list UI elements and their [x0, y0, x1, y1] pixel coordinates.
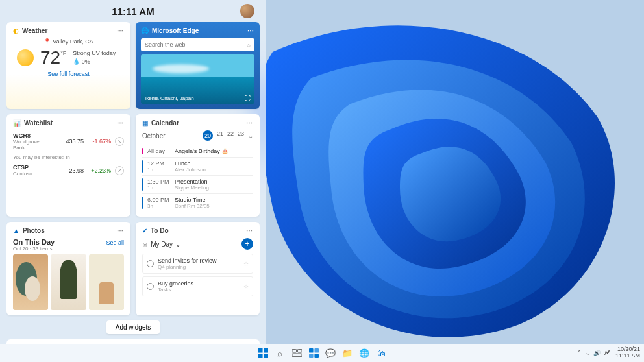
todo-title: To Do	[151, 227, 243, 234]
more-icon[interactable]: ⋯	[247, 27, 254, 34]
calendar-month: October	[142, 132, 199, 139]
system-tray: ˄ ⌵ 🔊 🗲 10/20/21 11:11 AM	[578, 346, 640, 359]
calendar-event[interactable]: 12 PM1hLunchAlex Johnson	[142, 157, 253, 175]
photos-widget[interactable]: ▲ Photos ⋯ On This Day Oct 20 · 33 items…	[6, 222, 130, 315]
more-icon[interactable]: ⋯	[246, 119, 253, 127]
forecast-link[interactable]: See full forecast	[13, 71, 124, 77]
calendar-day[interactable]: 22	[227, 130, 234, 141]
svg-rect-4	[264, 354, 268, 358]
wifi-icon[interactable]: ⌵	[586, 350, 589, 356]
edge-widget[interactable]: 🌐 Microsoft Edge ⋯ ⌕ Ikema Ohashi, Japan…	[136, 22, 260, 109]
calendar-day[interactable]: 20	[203, 130, 213, 141]
weather-location: 📍Valley Park, CA	[13, 38, 124, 45]
edge-image[interactable]: Ikema Ohashi, Japan ⛶	[141, 54, 254, 104]
star-icon[interactable]: ☆	[243, 261, 249, 267]
photo-thumbnail[interactable]	[89, 254, 124, 310]
weather-title: Weather	[22, 27, 114, 34]
check-icon: ✔	[142, 227, 147, 234]
myday-label[interactable]: My Day	[151, 241, 173, 248]
calendar-widget[interactable]: ▦ Calendar ⋯ October 20212223 ⌄ All dayA…	[136, 114, 260, 217]
sun-icon	[17, 49, 34, 66]
chat-button[interactable]: 💬	[323, 346, 338, 360]
weather-icon: ◐	[13, 27, 19, 34]
more-icon[interactable]: ⋯	[246, 227, 253, 234]
tray-overflow[interactable]: ˄	[578, 350, 581, 356]
svg-rect-3	[258, 354, 263, 358]
edge-button[interactable]: 🌐	[357, 346, 371, 360]
stock-row[interactable]: CTSPContoso23.98+2.23%↗	[13, 162, 124, 178]
start-button[interactable]	[256, 346, 270, 360]
weather-widget[interactable]: ◐ Weather ⋯ 📍Valley Park, CA 72 °F Stron…	[6, 22, 130, 109]
widgets-clock: 11:11 AM	[112, 6, 154, 17]
volume-icon[interactable]: 🔊	[593, 350, 601, 356]
calendar-day[interactable]: 21	[217, 130, 223, 141]
svg-rect-11	[314, 354, 319, 358]
chevron-down-icon[interactable]: ⌄	[175, 241, 180, 248]
calendar-title: Calendar	[151, 119, 243, 127]
photos-title: Photos	[23, 227, 114, 234]
edge-title: Microsoft Edge	[152, 27, 244, 34]
svg-rect-1	[258, 348, 263, 353]
photos-heading: On This Day	[13, 238, 55, 246]
search-icon[interactable]: ⌕	[247, 42, 251, 49]
svg-rect-9	[314, 348, 319, 353]
battery-icon[interactable]: 🗲	[604, 350, 610, 356]
widgets-header: 11:11 AM	[6, 0, 260, 22]
edge-caption: Ikema Ohashi, Japan	[145, 95, 194, 101]
add-task-button[interactable]: +	[242, 238, 253, 250]
tray-icons[interactable]: ⌵ 🔊 🗲	[586, 350, 610, 356]
top-stories-card[interactable]: TOP STORIES USA Today · 3 minsOne of the…	[6, 339, 260, 344]
watchlist-widget[interactable]: 📊 Watchlist ⋯ WGR8Woodgrove Bank435.75-1…	[6, 114, 130, 217]
svg-rect-5	[292, 349, 297, 352]
taskbar-time: 11:11 AM	[615, 353, 640, 359]
todo-widget[interactable]: ✔ To Do ⋯ ☼ My Day ⌄ + Send invites for …	[136, 222, 260, 315]
add-widgets-row: Add widgets	[6, 320, 260, 334]
star-icon[interactable]: ☆	[243, 284, 249, 290]
temperature-unit: °F	[60, 50, 66, 56]
calendar-days: 20212223	[203, 130, 244, 141]
weather-condition: Strong UV today 💧 0%	[73, 49, 116, 66]
svg-rect-7	[292, 354, 302, 357]
todo-item[interactable]: Send invites for reviewQ4 planning☆	[142, 254, 253, 274]
photos-sub: Oct 20 · 33 items	[13, 246, 55, 252]
add-widgets-button[interactable]: Add widgets	[106, 320, 160, 334]
calendar-event[interactable]: 6:00 PM3hStudio TimeConf Rm 32/35	[142, 193, 253, 211]
sun-small-icon: ☼	[142, 241, 148, 248]
widgets-button[interactable]	[306, 346, 321, 360]
search-input[interactable]	[145, 42, 247, 48]
photo-thumbnail[interactable]	[13, 254, 48, 310]
svg-rect-10	[309, 354, 314, 358]
search-button[interactable]: ⌕	[273, 346, 287, 360]
chevron-down-icon[interactable]: ⌄	[248, 132, 253, 139]
stock-row[interactable]: WGR8Woodgrove Bank435.75-1.67%↘	[13, 130, 124, 152]
todo-item[interactable]: Buy groceriesTasks☆	[142, 276, 253, 296]
explorer-button[interactable]: 📁	[340, 346, 354, 360]
chart-icon: 📊	[13, 119, 21, 127]
taskbar-center: ⌕ 💬 📁 🌐 🛍	[256, 346, 388, 360]
more-icon[interactable]: ⋯	[117, 119, 124, 127]
taskbar-clock[interactable]: 10/20/21 11:11 AM	[615, 346, 640, 359]
edge-search-box[interactable]: ⌕	[141, 38, 254, 51]
more-icon[interactable]: ⋯	[117, 227, 124, 234]
calendar-icon: ▦	[142, 119, 148, 127]
photos-icon: ▲	[13, 227, 19, 234]
widgets-panel: 11:11 AM ◐ Weather ⋯ 📍Valley Park, CA 72…	[0, 0, 266, 344]
see-all-link[interactable]: See all	[106, 239, 124, 246]
todo-checkbox[interactable]	[147, 283, 154, 290]
widgets-grid: ◐ Weather ⋯ 📍Valley Park, CA 72 °F Stron…	[6, 22, 260, 344]
expand-icon[interactable]: ⛶	[245, 95, 251, 101]
task-view-button[interactable]	[290, 346, 304, 360]
svg-rect-2	[264, 348, 268, 353]
calendar-event[interactable]: All dayAngela's Birthday 🎂	[142, 145, 253, 157]
edge-icon: 🌐	[141, 27, 149, 34]
watchlist-title: Watchlist	[24, 119, 114, 127]
svg-rect-6	[297, 349, 302, 352]
user-avatar[interactable]	[240, 4, 254, 18]
store-button[interactable]: 🛍	[374, 346, 388, 360]
calendar-event[interactable]: 1:30 PM1hPresentationSkype Meeting	[142, 175, 253, 193]
photo-thumbnail[interactable]	[51, 254, 86, 310]
more-icon[interactable]: ⋯	[117, 27, 124, 34]
calendar-day[interactable]: 23	[238, 130, 244, 141]
todo-checkbox[interactable]	[147, 260, 154, 267]
taskbar: ⌕ 💬 📁 🌐 🛍 ˄ ⌵ 🔊 🗲 10/20/21 11:11 AM	[0, 344, 644, 362]
